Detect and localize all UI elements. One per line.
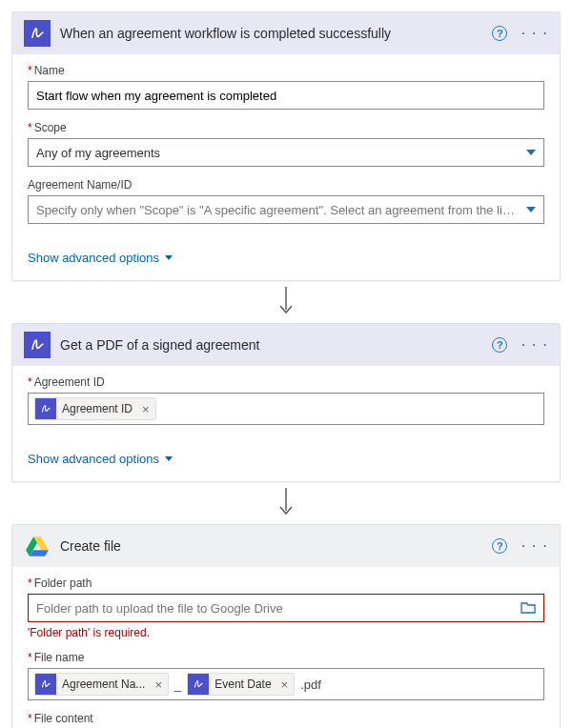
show-advanced-label: Show advanced options (28, 251, 159, 265)
folder-picker-icon[interactable] (521, 601, 536, 615)
file-name-label: File name (28, 651, 544, 664)
card-title: When an agreement workflow is completed … (60, 26, 482, 41)
scope-value: Any of my agreements (36, 146, 160, 160)
card-header-actions: ? · · · (492, 26, 548, 41)
card-header-actions: ? · · · (492, 538, 548, 554)
token-agreement-id[interactable]: Agreement ID × (34, 397, 156, 420)
chevron-down-icon (165, 456, 173, 461)
create-file-card-body: Folder path Folder path to upload the fi… (12, 567, 560, 728)
adobe-sign-icon (188, 674, 209, 695)
google-drive-icon (24, 533, 51, 559)
flow-arrow (11, 482, 561, 524)
scope-field: Scope Any of my agreements (28, 121, 544, 167)
agreement-name-id-field: Agreement Name/ID Specify only when "Sco… (28, 178, 544, 224)
file-name-suffix: .pdf (298, 677, 323, 692)
folder-path-input[interactable]: Folder path to upload the file to Google… (28, 594, 544, 622)
card-title: Create file (60, 538, 482, 554)
token-remove-icon[interactable]: × (138, 402, 153, 416)
agreement-name-id-placeholder: Specify only when "Scope" is "A specific… (36, 203, 519, 217)
file-name-input[interactable]: Agreement Na... × _ Event Date × .pdf (28, 668, 544, 700)
folder-path-error: 'Folder path' is required. (28, 626, 544, 639)
token-remove-icon[interactable]: × (277, 677, 293, 692)
chevron-down-icon (165, 255, 173, 260)
chevron-down-icon (526, 150, 536, 155)
folder-path-label: Folder path (28, 576, 544, 590)
agreement-name-id-label: Agreement Name/ID (28, 178, 544, 192)
adobe-sign-icon (24, 20, 51, 47)
token-event-date[interactable]: Event Date × (187, 673, 295, 696)
agreement-name-id-select[interactable]: Specify only when "Scope" is "A specific… (28, 195, 544, 224)
help-icon[interactable]: ? (492, 26, 507, 41)
token-label: Event Date (214, 677, 271, 691)
file-name-field: File name Agreement Na... × _ Event Date… (28, 651, 544, 700)
show-advanced-link[interactable]: Show advanced options (12, 452, 188, 481)
trigger-card: When an agreement workflow is completed … (11, 11, 561, 281)
adobe-sign-icon (35, 398, 56, 419)
agreement-id-input[interactable]: Agreement ID × (28, 393, 544, 425)
name-field: Name (28, 64, 544, 110)
name-input-text[interactable] (36, 89, 536, 103)
agreement-id-field: Agreement ID Agreement ID × (28, 375, 544, 425)
agreement-id-label: Agreement ID (28, 375, 544, 389)
trigger-card-body: Name Scope Any of my agreements Agreemen… (12, 54, 560, 251)
token-agreement-name[interactable]: Agreement Na... × (34, 673, 169, 696)
flow-arrow (11, 281, 561, 323)
get-pdf-card: Get a PDF of a signed agreement ? · · · … (11, 323, 561, 482)
folder-path-placeholder: Folder path to upload the file to Google… (36, 601, 283, 616)
token-label: Agreement ID (62, 402, 133, 415)
scope-select[interactable]: Any of my agreements (28, 138, 544, 167)
help-icon[interactable]: ? (492, 538, 507, 554)
show-advanced-link[interactable]: Show advanced options (12, 251, 188, 280)
card-title: Get a PDF of a signed agreement (60, 337, 482, 353)
adobe-sign-icon (24, 332, 51, 358)
create-file-card: Create file ? · · · Folder path Folder p… (11, 524, 561, 728)
show-advanced-label: Show advanced options (28, 452, 159, 466)
name-label: Name (28, 64, 544, 77)
card-header-actions: ? · · · (492, 337, 548, 353)
token-label: Agreement Na... (62, 677, 145, 691)
name-input[interactable] (28, 81, 544, 110)
scope-label: Scope (28, 121, 544, 134)
adobe-sign-icon (35, 674, 56, 695)
trigger-card-header[interactable]: When an agreement workflow is completed … (12, 12, 560, 54)
file-content-field: File content Body × (28, 712, 544, 728)
folder-path-field: Folder path Folder path to upload the fi… (28, 576, 544, 639)
get-pdf-card-body: Agreement ID Agreement ID × (12, 366, 560, 452)
token-remove-icon[interactable]: × (151, 677, 166, 692)
get-pdf-card-header[interactable]: Get a PDF of a signed agreement ? · · · (12, 324, 560, 366)
chevron-down-icon (526, 207, 536, 212)
help-icon[interactable]: ? (492, 337, 507, 353)
file-content-label: File content (28, 712, 544, 725)
file-name-separator: _ (173, 677, 183, 692)
create-file-card-header[interactable]: Create file ? · · · (12, 525, 560, 567)
